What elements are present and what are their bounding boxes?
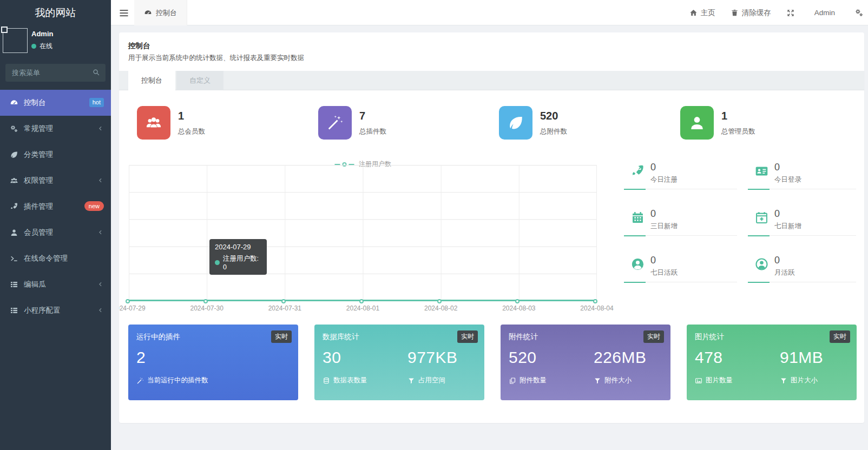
mini-stat-7day-active: 0七日活跃 [624, 256, 737, 282]
home-icon [689, 9, 698, 17]
tab-custom[interactable]: 自定义 [176, 71, 223, 90]
rocket-icon [10, 202, 18, 211]
sidebar-item-auth[interactable]: 权限管理 [0, 168, 111, 194]
clone-icon [509, 377, 516, 385]
sidebar-item-editor[interactable]: 编辑瓜 [0, 272, 111, 297]
sidebar-item-category[interactable]: 分类管理 [0, 142, 111, 168]
realtime-badge: 实时 [271, 330, 292, 343]
settings-gears-icon[interactable] [854, 8, 864, 17]
data-point-icon [515, 299, 520, 303]
stat-total-addons: 7总插件数 [318, 106, 386, 140]
mini-stat-today-login: 0今日登录 [748, 163, 856, 189]
user-icon [680, 106, 714, 140]
mini-stat-7day-new: 0七日新增 [748, 210, 856, 236]
broken-image-icon [1, 27, 8, 33]
rocket-icon [630, 164, 645, 178]
fullscreen-icon[interactable] [786, 9, 795, 17]
database-icon [323, 377, 330, 385]
tab-dashboard[interactable]: 控制台 [128, 71, 175, 90]
data-point-icon [437, 299, 442, 303]
tachometer-icon [144, 9, 152, 17]
mini-stat-3day-new: 0三日新增 [624, 210, 737, 236]
calendar-icon [630, 210, 645, 225]
realtime-badge: 实时 [643, 330, 664, 343]
calendar-plus-icon [754, 210, 769, 225]
content-tabs: 控制台 自定义 [119, 71, 864, 90]
data-point-icon [203, 299, 208, 303]
page-title: 控制台 [128, 41, 150, 51]
menu-search [5, 64, 106, 82]
chart-plot-area [129, 165, 597, 301]
id-card-icon [754, 164, 769, 178]
leaf-icon [10, 150, 18, 159]
hot-badge: hot [89, 98, 104, 107]
sidebar-item-miniprogram[interactable]: 小程序配置 [0, 297, 111, 323]
sidebar-menu: 控制台 hot 常规管理 分类管理 权限管理 插件管理 new 会员管理 [0, 90, 111, 323]
filter-icon [594, 377, 601, 385]
filter-icon [780, 377, 787, 385]
chevron-left-icon [97, 229, 103, 235]
users-icon [10, 176, 18, 185]
leaf-icon [499, 106, 532, 140]
avatar [3, 28, 28, 53]
registered-users-chart[interactable]: 注册用户数 2024-07-29 注册用户数: 0 2024-07-29 202… [129, 165, 597, 301]
magic-wand-icon [318, 106, 352, 140]
users-icon [137, 106, 170, 140]
mini-stat-today-register: 0今日注册 [624, 163, 737, 189]
user-circle-icon [630, 257, 645, 272]
list-icon [10, 306, 18, 315]
card-attachment-stats: 附件统计 实时 520 226MB 附件数量 附件大小 [501, 325, 670, 400]
realtime-badge: 实时 [457, 330, 478, 343]
home-link[interactable]: 主页 [689, 8, 715, 18]
online-dot-icon [31, 44, 36, 49]
sidebar-item-addon[interactable]: 插件管理 new [0, 194, 111, 220]
topbar: 控制台 主页 清除缓存 Admin [111, 0, 868, 25]
magic-wand-icon [136, 377, 144, 385]
terminal-icon [10, 254, 18, 263]
sidebar-item-member[interactable]: 会员管理 [0, 220, 111, 246]
data-point-icon [126, 299, 130, 303]
series-dot-icon [215, 260, 220, 265]
chevron-left-icon [97, 177, 103, 183]
new-badge: new [84, 201, 104, 211]
trash-icon [731, 9, 739, 17]
chevron-left-icon [97, 281, 103, 287]
page-subtitle: 用于展示当前系统中的统计数据、统计报表及重要实时数据 [128, 54, 304, 63]
stat-total-members: 1总会员数 [137, 106, 205, 140]
stat-total-attachments: 520总附件数 [499, 106, 567, 140]
sidebar-item-dashboard[interactable]: 控制台 hot [0, 90, 111, 116]
hamburger-icon[interactable] [119, 8, 129, 18]
tachometer-icon [10, 98, 18, 107]
chart-tooltip: 2024-07-29 注册用户数: 0 [209, 239, 267, 275]
data-point-icon [281, 299, 286, 303]
chevron-left-icon [97, 307, 103, 313]
user-dropdown[interactable]: Admin [810, 9, 839, 17]
user-icon [10, 228, 18, 237]
list-icon [10, 280, 18, 289]
clear-cache-button[interactable]: 清除缓存 [731, 8, 771, 18]
user-panel: Admin 在线 [0, 27, 111, 58]
dashboard-panel: 控制台 用于展示当前系统中的统计数据、统计报表及重要实时数据 控制台 自定义 1… [119, 32, 864, 423]
sidebar-item-command[interactable]: 在线命令管理 [0, 246, 111, 272]
filter-icon [407, 377, 415, 385]
data-point-icon [359, 299, 364, 303]
chevron-left-icon [97, 125, 103, 131]
realtime-badge: 实时 [830, 330, 850, 343]
search-icon [92, 68, 100, 76]
user-status: 在线 [40, 42, 52, 51]
card-database-stats: 数据库统计 实时 30 977KB 数据表数量 占用空间 [314, 325, 484, 400]
gears-icon [10, 124, 18, 133]
data-point-icon [593, 299, 597, 303]
mini-stat-month-active: 0月活跃 [748, 256, 856, 282]
topbar-tab-dashboard[interactable]: 控制台 [134, 0, 187, 25]
sidebar-item-general[interactable]: 常规管理 [0, 116, 111, 142]
search-input[interactable] [5, 64, 106, 82]
user-circle-outline-icon [754, 257, 769, 272]
card-image-stats: 图片统计 实时 478 91MB 图片数量 图片大小 [687, 325, 857, 400]
sidebar: 我的网站 Admin 在线 控制台 hot 常规管理 分类管理 权限管理 [0, 0, 111, 450]
card-running-addons: 运行中的插件 实时 2 当前运行中的插件数 [128, 325, 298, 400]
site-title: 我的网站 [0, 0, 111, 26]
stat-total-admins: 1总管理员数 [680, 106, 755, 140]
image-icon [695, 377, 702, 385]
user-name: Admin [31, 30, 53, 38]
